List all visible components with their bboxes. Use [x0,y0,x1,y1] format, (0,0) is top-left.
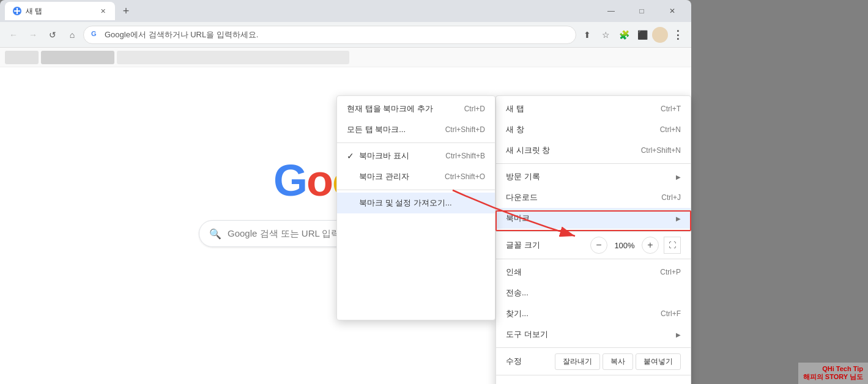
browser-tab[interactable]: 새 탭 ✕ [5,2,115,20]
submenu-item-show-bar[interactable]: ✓ 북마크바 표시 Ctrl+Shift+B [337,146,495,166]
address-text: Google에서 검색하거나 URL을 입력하세요. [105,29,568,40]
main-dropdown-menu: 새 탭 Ctrl+T 새 창 Ctrl+N 새 시크릿 창 Ctrl+Shift… [495,95,691,384]
tab-title: 새 탭 [26,6,94,17]
search-placeholder: Google 검색 또는 URL 입력 [228,228,341,240]
menu-divider [496,347,691,348]
zoom-plus-button[interactable]: + [642,237,659,254]
logo-letter-o1: o [306,156,332,205]
share-icon[interactable]: ⬆ [579,26,596,43]
submenu-item-add-bookmark[interactable]: 현재 탭을 북마크에 추가 Ctrl+D [337,98,495,119]
puzzle-icon[interactable]: ⬛ [634,26,651,43]
zoom-minus-button[interactable]: − [590,237,607,254]
back-button[interactable]: ← [5,26,22,43]
watermark: QHi Tech Tip 해피의 STORY 님도 [798,363,868,384]
maximize-button[interactable]: □ [628,2,656,20]
menu-item-new-tab[interactable]: 새 탭 Ctrl+T [496,98,691,119]
watermark-line1: QHi Tech Tip [803,365,863,372]
menu-item-downloads[interactable]: 다운로드 Ctrl+J [496,187,691,208]
submenu-item-manager[interactable]: 북마크 관리자 Ctrl+Shift+O [337,166,495,187]
submenu-item-import[interactable]: 북마크 및 설정 가져오기... [337,193,495,213]
home-button[interactable]: ⌂ [64,26,81,43]
close-button[interactable]: ✕ [658,2,686,20]
watermark-line2: 해피의 STORY 님도 [803,372,863,382]
menu-divider [496,375,691,375]
title-bar: 새 탭 ✕ + — □ ✕ [0,0,691,22]
browser-content: Google 🔍 Google 검색 또는 URL 입력 ✏️ Chrome 맞… [0,48,691,384]
refresh-button[interactable]: ↺ [44,26,61,43]
submenu-divider [337,190,495,190]
submenu-item-more3[interactable] [337,255,495,276]
zoom-value: 100% [612,241,637,250]
profile-button[interactable] [652,27,668,43]
menu-divider [496,259,691,259]
submenu-divider [337,142,495,143]
submenu-item-more4[interactable] [337,276,495,297]
new-tab-button[interactable]: + [117,2,135,20]
menu-divider [496,163,691,164]
google-favicon: G [91,30,101,40]
bookmarks-bar [0,48,691,67]
submenu-item-more2[interactable] [337,234,495,255]
bookmark-item[interactable] [41,51,114,64]
arrow-icon-tools: ▶ [676,331,681,338]
arrow-icon-bookmarks: ▶ [676,215,681,222]
logo-letter-g: G [273,156,306,205]
submenu-item-more5[interactable] [337,297,495,317]
menu-item-more-tools[interactable]: 도구 더보기 ▶ [496,324,691,345]
address-input[interactable]: G Google에서 검색하거나 URL을 입력하세요. [83,26,576,44]
menu-item-new-window[interactable]: 새 창 Ctrl+N [496,119,691,140]
search-icon: 🔍 [209,228,221,240]
arrow-icon: ▶ [676,174,681,180]
menu-item-cast[interactable]: 전송... [496,282,691,303]
cut-button[interactable]: 잘라내기 [555,353,600,370]
edit-row: 수정 잘라내기 복사 붙여넣기 [496,350,691,372]
minimize-button[interactable]: — [597,2,625,20]
bookmark-item[interactable] [5,51,39,64]
menu-item-bookmarks[interactable]: 북마크 ▶ [496,208,691,229]
menu-item-find[interactable]: 찾기... Ctrl+F [496,303,691,324]
submenu-item-more1[interactable] [337,213,495,234]
page-wrapper: 새 탭 ✕ + — □ ✕ ← → ↺ ⌂ G Google에서 검색하거나 U… [0,0,868,384]
bookmark-item[interactable] [117,51,349,64]
extension-icon[interactable]: 🧩 [615,26,632,43]
menu-item-history[interactable]: 방문 기록 ▶ [496,166,691,187]
menu-item-settings[interactable]: 설정 [496,378,691,384]
menu-button[interactable]: ⋮ [669,26,686,43]
window-controls: — □ ✕ [597,2,686,20]
forward-button[interactable]: → [24,26,42,43]
copy-button[interactable]: 복사 [603,353,633,370]
menu-item-incognito[interactable]: 새 시크릿 창 Ctrl+Shift+N [496,140,691,161]
submenu-item-all-tabs[interactable]: 모든 탭 북마크... Ctrl+Shift+D [337,119,495,140]
menu-item-print[interactable]: 인쇄 Ctrl+P [496,262,691,282]
tab-favicon [12,6,22,16]
browser-window: 새 탭 ✕ + — □ ✕ ← → ↺ ⌂ G Google에서 검색하거나 U… [0,0,691,384]
address-bar: ← → ↺ ⌂ G Google에서 검색하거나 URL을 입력하세요. ⬆ ☆… [0,22,691,48]
paste-button[interactable]: 붙여넣기 [636,353,681,370]
zoom-expand-button[interactable]: ⛶ [664,237,681,254]
tab-strip: 새 탭 ✕ + [5,2,597,20]
menu-divider [496,231,691,232]
bookmark-submenu: 현재 탭을 북마크에 추가 Ctrl+D 모든 탭 북마크... Ctrl+Sh… [336,95,495,320]
zoom-row: 글꼴 크기 − 100% + ⛶ [496,234,691,256]
toolbar-icons: ⬆ ☆ 🧩 ⬛ ⋮ [579,26,686,43]
tab-close-button[interactable]: ✕ [98,6,108,16]
bookmark-icon[interactable]: ☆ [597,26,614,43]
check-icon: ✓ [347,151,354,161]
